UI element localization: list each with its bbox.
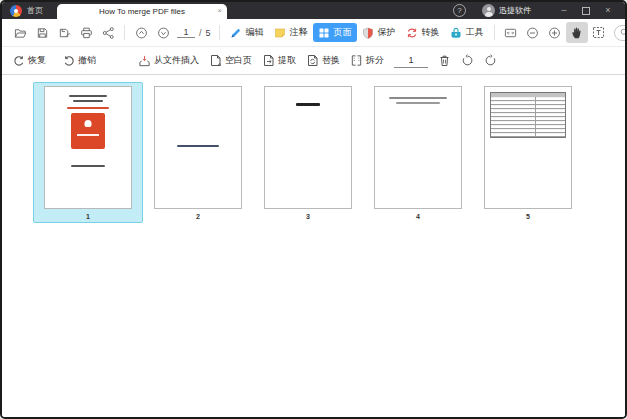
select-tool-button[interactable] <box>588 22 610 43</box>
search-icon <box>620 28 627 37</box>
toolbar-separator <box>124 25 125 40</box>
page-2-preview[interactable] <box>154 86 242 209</box>
page-thumbnail-4[interactable]: 4 <box>374 86 462 220</box>
toolbox-icon <box>450 26 463 39</box>
page-number: 3 <box>306 213 310 220</box>
page5-table <box>490 92 566 138</box>
mode-convert[interactable]: 转换 <box>401 23 445 42</box>
thumbnail-row: 1 2 3 4 <box>44 75 625 220</box>
account-name[interactable]: 迅捷软件 <box>499 5 531 16</box>
marquee-select-icon <box>592 26 605 39</box>
next-page-button[interactable] <box>152 22 174 43</box>
page-thumbnail-2[interactable]: 2 <box>154 86 242 220</box>
page-separator: / <box>199 28 202 38</box>
page-4-preview[interactable] <box>374 86 462 209</box>
page4-text-line <box>389 97 447 99</box>
insert-from-file-button[interactable]: 从文件插入 <box>138 54 199 67</box>
rotate-right-icon <box>484 54 497 67</box>
page-1-preview[interactable] <box>44 86 132 209</box>
main-toolbar: 1 / 5 编辑 注释 页面 保护 转换 工具 <box>2 19 625 47</box>
redo-label: 恢复 <box>28 54 46 67</box>
prev-page-button[interactable] <box>130 22 152 43</box>
maximize-button[interactable] <box>575 2 597 19</box>
page1-text-line <box>73 100 103 102</box>
mode-edit[interactable]: 编辑 <box>225 23 269 42</box>
restore-icon <box>582 7 590 15</box>
page-3-preview[interactable] <box>264 86 352 209</box>
page-tools-group: 从文件插入 空白页 提取 替换 拆分 <box>138 54 497 68</box>
share-button[interactable] <box>97 22 119 43</box>
save-button[interactable] <box>31 22 53 43</box>
replace-button[interactable]: 替换 <box>306 54 340 67</box>
open-file-button[interactable] <box>9 22 31 43</box>
save-as-icon <box>58 26 71 39</box>
split-button[interactable]: 拆分 <box>350 54 384 67</box>
mode-page-label: 页面 <box>334 26 352 39</box>
undo-button[interactable]: 撤销 <box>62 54 96 67</box>
arrow-up-circle-icon <box>135 26 148 39</box>
mode-protect-label: 保护 <box>378 26 396 39</box>
titlebar-right: ? 迅捷软件 – × <box>453 2 625 19</box>
minus-circle-icon <box>526 26 539 39</box>
page1-text-line <box>69 95 107 97</box>
page1-text-line <box>71 165 105 167</box>
page-number: 1 <box>44 213 132 220</box>
undo-label: 撤销 <box>78 54 96 67</box>
redo-button[interactable]: 恢复 <box>12 54 46 67</box>
zoom-out-button[interactable] <box>522 22 544 43</box>
hand-tool-button[interactable] <box>566 22 588 43</box>
total-pages: 5 <box>206 28 211 38</box>
page-actions-toolbar: 恢复 撤销 从文件插入 空白页 提取 替换 <box>2 47 625 75</box>
mode-protect[interactable]: 保护 <box>357 23 401 42</box>
page-5-preview[interactable] <box>484 86 572 209</box>
tab-close-icon[interactable]: × <box>217 7 222 15</box>
save-icon <box>36 26 49 39</box>
titlebar: 首页 How To merge PDF files × ? 迅捷软件 – × <box>2 2 625 19</box>
page1-logo-glyph <box>85 120 92 127</box>
folder-open-icon <box>14 26 27 39</box>
app-logo-icon[interactable] <box>10 5 22 17</box>
save-as-button[interactable] <box>53 22 75 43</box>
rotate-left-button[interactable] <box>461 54 474 67</box>
page-thumbnail-3[interactable]: 3 <box>264 86 352 220</box>
print-button[interactable] <box>75 22 97 43</box>
insert-from-file-label: 从文件插入 <box>154 54 199 67</box>
mode-page[interactable]: 页面 <box>313 23 357 42</box>
split-page-input[interactable] <box>394 54 428 68</box>
close-button[interactable]: × <box>597 2 619 19</box>
search-box[interactable] <box>614 25 627 41</box>
fit-view-button[interactable] <box>500 22 522 43</box>
toolbar-separator <box>219 25 220 40</box>
delete-page-button[interactable] <box>438 54 451 67</box>
document-tab[interactable]: How To merge PDF files × <box>57 4 227 19</box>
help-icon[interactable]: ? <box>453 4 466 17</box>
zoom-in-button[interactable] <box>544 22 566 43</box>
grid-icon <box>318 26 331 39</box>
split-label: 拆分 <box>366 54 384 67</box>
printer-icon <box>80 26 93 39</box>
mode-annotate-label: 注释 <box>290 26 308 39</box>
window-controls: – × <box>553 2 619 19</box>
blank-page-button[interactable]: 空白页 <box>209 54 252 67</box>
fit-width-icon <box>504 26 517 39</box>
note-icon <box>274 26 287 39</box>
page-number: 2 <box>196 213 200 220</box>
plus-circle-icon <box>548 26 561 39</box>
hand-icon <box>570 26 583 39</box>
mode-annotate[interactable]: 注释 <box>269 23 313 42</box>
minimize-button[interactable]: – <box>553 2 575 19</box>
extract-button[interactable]: 提取 <box>262 54 296 67</box>
home-tab[interactable]: 首页 <box>27 5 43 16</box>
arrow-down-circle-icon <box>157 26 170 39</box>
user-avatar[interactable] <box>482 4 495 17</box>
share-icon <box>102 26 115 39</box>
undo-icon <box>62 54 75 67</box>
page3-text-line <box>296 103 320 106</box>
convert-arrows-icon <box>406 26 419 39</box>
current-page-input[interactable]: 1 <box>177 27 195 38</box>
page-thumbnail-1[interactable]: 1 <box>44 86 132 220</box>
page-number: 4 <box>416 213 420 220</box>
rotate-right-button[interactable] <box>484 54 497 67</box>
page-thumbnail-5[interactable]: 5 <box>484 86 572 220</box>
mode-tools[interactable]: 工具 <box>445 23 489 42</box>
